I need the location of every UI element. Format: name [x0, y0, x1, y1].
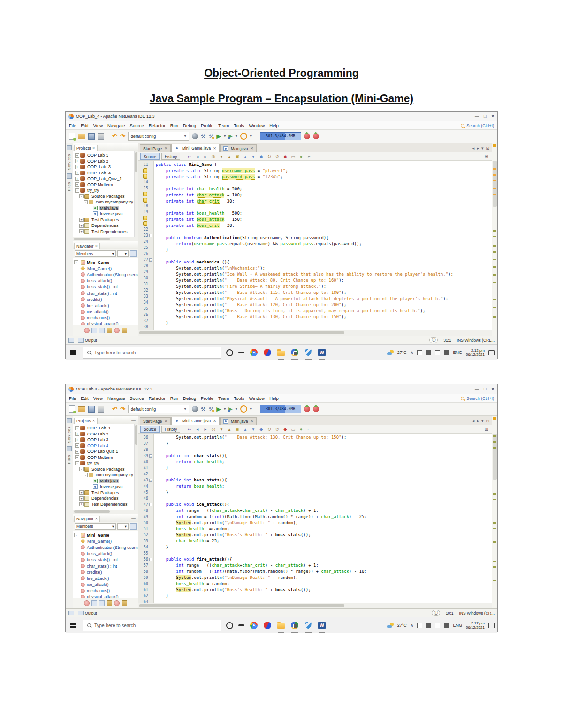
member-mark[interactable]: [493, 299, 496, 300]
window-minimize-button[interactable]: —: [475, 387, 479, 391]
clean-build-button[interactable]: ⚒: [209, 406, 214, 412]
code-fold-icon[interactable]: -: [149, 479, 152, 482]
toggle-bookmark-icon[interactable]: ◆: [258, 426, 264, 432]
comment-icon[interactable]: ●: [298, 153, 304, 159]
set-main-project-icon[interactable]: [192, 133, 198, 139]
tree-item-inverse-java[interactable]: Inverse.java: [74, 211, 138, 217]
show-fields-button[interactable]: [91, 600, 97, 606]
warning-bulb-icon[interactable]: [143, 221, 147, 226]
warning-mark[interactable]: [493, 168, 496, 170]
warning-mark[interactable]: [493, 194, 496, 195]
expand-icon[interactable]: +: [75, 182, 79, 187]
menu-help[interactable]: Help: [269, 396, 279, 401]
maximize-editor-button[interactable]: ⊡: [486, 419, 489, 423]
tree-item-dependencies[interactable]: +Dependencies: [74, 495, 138, 502]
volume-icon[interactable]: [444, 623, 449, 628]
close-icon[interactable]: ✕: [92, 146, 95, 150]
find-selection-icon[interactable]: ◎: [210, 153, 216, 159]
sort-alphabetically-button[interactable]: [114, 600, 120, 606]
toggle-highlight-icon[interactable]: ▣: [234, 153, 240, 159]
memory-indicator[interactable]: 301.3/484.0MB: [260, 405, 301, 413]
tab-navigator[interactable]: Navigator✕: [74, 243, 100, 249]
profile-project-button[interactable]: [240, 133, 247, 140]
projects-scrollbar[interactable]: [134, 151, 138, 237]
start-button[interactable]: [70, 623, 76, 628]
view-history-button[interactable]: History: [161, 153, 180, 160]
expand-icon[interactable]: +: [75, 432, 79, 436]
previous-error-icon[interactable]: ↺: [274, 153, 280, 159]
task-view-button[interactable]: [238, 624, 244, 626]
member-fire-attack[interactable]: fire_attack(): [74, 575, 138, 581]
minimized-panel-icon[interactable]: [67, 173, 72, 179]
navigator-class-row[interactable]: -Mini_Game: [74, 532, 138, 538]
expand-icon[interactable]: +: [79, 224, 84, 228]
menu-navigate[interactable]: Navigate: [107, 123, 125, 128]
tree-item-oop-lab-4[interactable]: +OOP_Lab_4: [74, 170, 138, 176]
redo-button[interactable]: ↷: [120, 406, 125, 412]
member-mark[interactable]: [493, 441, 496, 443]
member-mark[interactable]: [493, 316, 496, 318]
notifications-button[interactable]: ⓘ: [429, 337, 438, 343]
member-mark[interactable]: [493, 522, 496, 524]
projects-scrollbar[interactable]: [134, 424, 138, 510]
window-maximize-button[interactable]: □: [484, 387, 486, 391]
member-ice-attack[interactable]: ice_attack(): [74, 582, 138, 588]
close-tab-icon[interactable]: ✕: [213, 419, 216, 423]
taskbar-app-chrome[interactable]: [250, 348, 258, 357]
menu-file[interactable]: File: [69, 396, 76, 401]
navigator-settings-button[interactable]: [130, 250, 137, 257]
member-authentication[interactable]: Authentication(String username, String p…: [74, 271, 138, 278]
taskbar-app-google-meet[interactable]: [290, 621, 299, 630]
maximize-editor-button[interactable]: ⊡: [486, 146, 489, 150]
collapse-icon[interactable]: -: [75, 461, 79, 465]
member-fire-attack[interactable]: fire_attack(): [74, 302, 138, 308]
redo-button[interactable]: ↷: [120, 133, 125, 139]
scroll-tabs-left-button[interactable]: ◂: [472, 419, 475, 423]
code-fold-icon[interactable]: -: [149, 234, 152, 237]
tree-item-oop-lab-4[interactable]: +OOP Lab 4: [74, 443, 138, 449]
tree-item-oop-lab-2[interactable]: +OOP Lab 2: [74, 158, 138, 165]
expand-icon[interactable]: +: [75, 450, 79, 454]
collapse-icon[interactable]: -: [79, 194, 84, 198]
member-mechanics[interactable]: mechanics(): [74, 588, 138, 594]
expand-icon[interactable]: +: [79, 496, 84, 501]
menu-help[interactable]: Help: [269, 123, 279, 128]
profile-dropdown[interactable]: ▾: [250, 134, 252, 138]
member-mark[interactable]: [493, 282, 496, 283]
secondary-filter-select[interactable]: ▾: [117, 250, 129, 257]
navigator-members-list[interactable]: -Mini_GameMini_Game()Authentication(Stri…: [73, 258, 138, 325]
tree-item-oop-midterm[interactable]: +OOP Midterm: [74, 455, 138, 461]
projects-hscrollbar[interactable]: [73, 237, 138, 241]
menu-source[interactable]: Source: [130, 123, 144, 128]
taskbar-app-google-meet[interactable]: [290, 348, 299, 357]
window-maximize-button[interactable]: □: [484, 114, 486, 119]
tree-item-oop-lab-quiz-1[interactable]: +OOP Lab Quiz 1: [74, 449, 138, 455]
build-project-button[interactable]: ⚒: [201, 406, 206, 412]
taskbar-app-word[interactable]: W: [318, 621, 326, 630]
tree-item-com-mycompany-try-try[interactable]: -com.mycompany.try_try: [74, 199, 138, 205]
minimized-panel-icon[interactable]: [67, 446, 72, 451]
save-as-button[interactable]: [98, 133, 104, 140]
previous-bookmark-icon[interactable]: ▴: [242, 426, 248, 432]
tab-list-button[interactable]: ▾: [481, 419, 484, 423]
undo-button[interactable]: ↶: [112, 406, 117, 412]
minimize-panel-button[interactable]: —: [131, 243, 137, 249]
previous-error-icon[interactable]: ↺: [274, 426, 280, 432]
debug-project-button[interactable]: ▶: [228, 134, 232, 139]
taskbar-app-chrome[interactable]: [250, 621, 258, 630]
menu-run[interactable]: Run: [170, 123, 178, 128]
taskbar-clock[interactable]: 2:17 pm06/12/2021: [466, 621, 485, 630]
member-mark[interactable]: [493, 528, 496, 529]
menu-view[interactable]: View: [93, 123, 103, 128]
output-tab[interactable]: Output: [78, 338, 97, 343]
jump-back-icon[interactable]: ◂: [194, 153, 200, 159]
collapse-icon[interactable]: -: [84, 473, 88, 477]
tray-expand-chevron[interactable]: ∧: [411, 623, 414, 628]
macro-stop-icon[interactable]: ◆: [282, 153, 288, 159]
menu-tools[interactable]: Tools: [234, 396, 244, 401]
tree-item-oop-lab-1[interactable]: +OOP_Lab_1: [74, 425, 138, 431]
minimize-panel-button[interactable]: —: [131, 516, 137, 522]
code-editor[interactable]: public class Mini_Game { private static …: [154, 161, 492, 330]
editor-hscrollbar[interactable]: [138, 603, 492, 608]
menu-team[interactable]: Team: [218, 123, 229, 128]
